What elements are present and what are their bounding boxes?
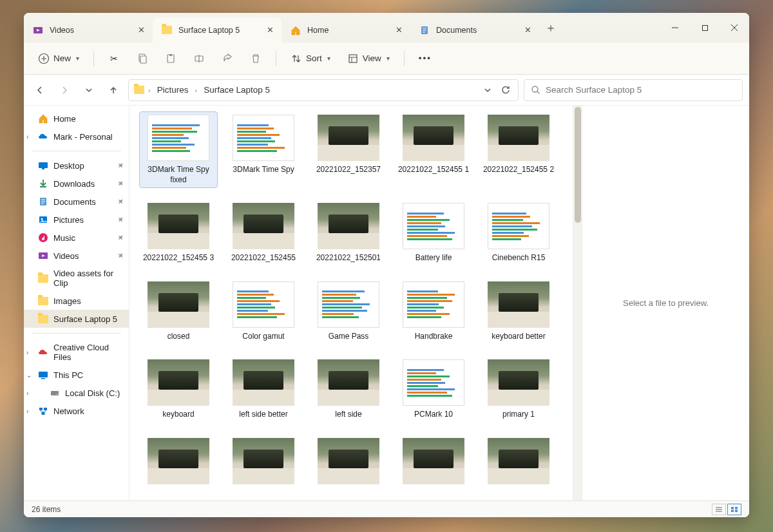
file-item[interactable]: closed	[140, 279, 217, 345]
view-button[interactable]: View ▾	[341, 49, 396, 68]
details-view-button[interactable]	[712, 504, 726, 515]
svg-rect-6	[702, 25, 707, 30]
paste-icon	[165, 53, 177, 64]
file-item[interactable]: 20221022_152455 1	[395, 112, 472, 187]
svg-point-21	[532, 86, 538, 92]
svg-rect-15	[169, 54, 172, 56]
sidebar-item-videos[interactable]: Videos	[24, 247, 129, 265]
file-label: Handbrake	[415, 332, 453, 342]
file-item[interactable]: left side	[310, 357, 387, 423]
thumbnail	[233, 281, 294, 328]
svg-rect-43	[731, 507, 734, 509]
share-button[interactable]	[215, 49, 240, 68]
sidebar-item-music[interactable]: Music	[24, 229, 129, 247]
tab-videos[interactable]: Videos ✕	[24, 17, 153, 43]
close-button[interactable]	[720, 13, 749, 43]
documents-icon	[419, 25, 430, 35]
minimize-button[interactable]	[660, 13, 690, 43]
delete-button[interactable]	[243, 49, 268, 68]
sidebar-item-desktop[interactable]: Desktop	[24, 157, 129, 175]
file-item[interactable]: Cinebench R15	[480, 200, 557, 266]
recent-button[interactable]	[79, 81, 99, 100]
file-item[interactable]: 20221022_152501	[310, 200, 387, 266]
scroll-thumb[interactable]	[575, 107, 581, 223]
chevron-right-icon[interactable]: ›	[26, 390, 28, 397]
file-item[interactable]: PCMark 10	[395, 357, 472, 423]
tab-close-button[interactable]: ✕	[394, 25, 404, 35]
sidebar-item-images[interactable]: Images	[24, 292, 129, 310]
chevron-right-icon[interactable]: ›	[26, 133, 28, 140]
file-item[interactable]: primary 1	[480, 357, 557, 423]
file-item[interactable]: keyboard	[140, 357, 217, 423]
chevron-right-icon[interactable]: ›	[26, 408, 28, 415]
search-input[interactable]	[546, 85, 736, 95]
file-item[interactable]: Game Pass	[310, 279, 387, 345]
sidebar-item-downloads[interactable]: Downloads	[24, 175, 129, 193]
file-item[interactable]	[225, 435, 302, 491]
more-button[interactable]: •••	[412, 50, 438, 67]
thumbnails-view-button[interactable]	[727, 504, 741, 515]
file-item[interactable]: 3DMark Time Spy	[225, 112, 302, 187]
file-item[interactable]: 20221022_152455 2	[480, 112, 557, 187]
sidebar-item-this-pc[interactable]: ⌄This PC	[24, 366, 129, 384]
copy-button[interactable]	[130, 49, 155, 68]
new-tab-button[interactable]: ＋	[539, 13, 562, 43]
sort-button[interactable]: Sort ▾	[284, 49, 337, 68]
file-item[interactable]: Handbrake	[395, 279, 472, 345]
svg-rect-44	[735, 507, 738, 509]
chevron-right-icon[interactable]: ›	[26, 349, 28, 356]
svg-point-30	[41, 218, 43, 220]
tab-close-button[interactable]: ✕	[136, 25, 146, 35]
file-item[interactable]	[140, 435, 217, 491]
file-item[interactable]	[395, 435, 472, 491]
up-button[interactable]	[104, 81, 123, 100]
search-box[interactable]	[524, 79, 743, 101]
file-grid[interactable]: 3DMark Time Spy fixed3DMark Time Spy2022…	[129, 106, 573, 500]
tab-documents[interactable]: Documents ✕	[410, 17, 539, 43]
forward-button[interactable]	[55, 81, 74, 100]
thumbnail	[403, 203, 464, 249]
sidebar-item-label: Creative Cloud Files	[53, 343, 124, 362]
file-item[interactable]	[480, 435, 557, 491]
sidebar-item-surface-laptop-5[interactable]: Surface Laptop 5	[24, 310, 129, 328]
file-item[interactable]	[310, 435, 387, 491]
sidebar-item-mark-personal[interactable]: ›Mark - Personal	[24, 128, 129, 146]
sidebar-item-network[interactable]: ›Network	[24, 402, 129, 420]
file-item[interactable]: 20221022_152455	[225, 200, 302, 266]
paste-button[interactable]	[158, 49, 183, 68]
scrollbar[interactable]	[573, 106, 582, 500]
tab-close-button[interactable]: ✕	[522, 25, 533, 35]
sidebar-item-video-assets-for-clip[interactable]: Video assets for Clip	[24, 265, 129, 292]
rename-button[interactable]	[187, 49, 211, 68]
file-item[interactable]: Color gamut	[225, 279, 302, 345]
file-item[interactable]: Battery life	[395, 200, 472, 266]
file-item[interactable]: left side better	[225, 357, 302, 423]
chevron-down-icon[interactable]: ⌄	[26, 372, 32, 379]
copy-icon	[137, 53, 148, 64]
history-dropdown[interactable]	[481, 81, 495, 100]
file-item[interactable]: 20221022_152455 3	[140, 200, 217, 266]
address-bar[interactable]: › Pictures › Surface Laptop 5	[128, 79, 519, 101]
sidebar-item-pictures[interactable]: Pictures	[24, 211, 129, 229]
sidebar-item-local-disk-c-[interactable]: ›Local Disk (C:)	[24, 384, 129, 402]
file-explorer-window: Videos ✕ Surface Laptop 5 ✕ Home ✕ Docum…	[24, 13, 749, 517]
maximize-button[interactable]	[690, 13, 720, 43]
tab-home[interactable]: Home ✕	[282, 17, 410, 43]
file-item[interactable]: 3DMark Time Spy fixed	[140, 112, 217, 187]
thumbnail	[233, 438, 294, 484]
new-button[interactable]: New ▾	[32, 49, 86, 68]
file-item[interactable]: 20221022_152357	[310, 112, 387, 187]
file-item[interactable]: keyboard better	[480, 279, 557, 345]
breadcrumb-item[interactable]: Surface Laptop 5	[201, 84, 272, 96]
rename-icon	[193, 53, 205, 64]
view-icon	[347, 53, 359, 64]
refresh-button[interactable]	[499, 81, 513, 100]
cut-button[interactable]: ✂	[102, 49, 126, 68]
back-button[interactable]	[30, 81, 50, 100]
sidebar-item-creative-cloud-files[interactable]: ›Creative Cloud Files	[24, 339, 129, 366]
tab-surface-laptop-5[interactable]: Surface Laptop 5 ✕	[153, 17, 282, 43]
breadcrumb-item[interactable]: Pictures	[155, 84, 191, 96]
sidebar-item-documents[interactable]: Documents	[24, 193, 129, 211]
tab-close-button[interactable]: ✕	[265, 25, 275, 35]
sidebar-item-home[interactable]: Home	[24, 109, 129, 128]
